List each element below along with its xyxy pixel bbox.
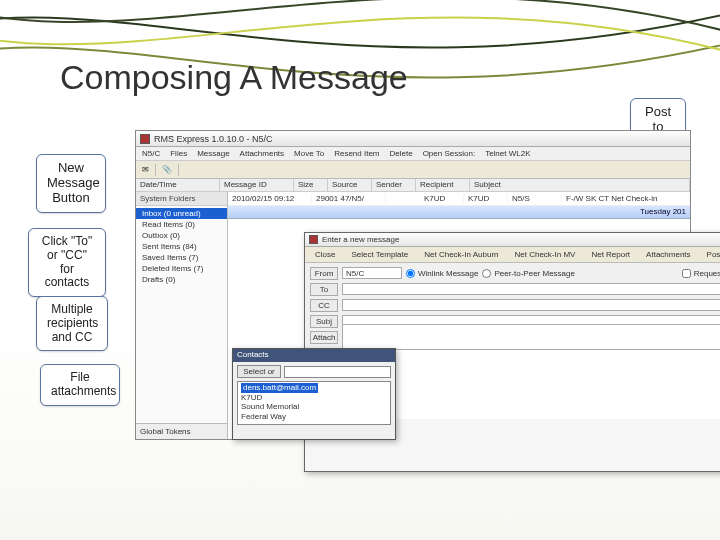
window-titlebar: RMS Express 1.0.10.0 - N5/C: [136, 131, 690, 147]
from-field[interactable]: N5/C: [342, 267, 402, 279]
net-report-btn[interactable]: Net Report: [586, 248, 635, 261]
contact-search[interactable]: [284, 366, 391, 378]
callout-multiple: Multiplerecipientsand CC: [36, 296, 108, 351]
list-item[interactable]: Sound Memorial: [241, 402, 387, 412]
col-header[interactable]: Date/Time: [136, 179, 220, 191]
menu-item[interactable]: Attachments: [240, 149, 284, 158]
post-to-outbox-btn[interactable]: Post to Outbox: [702, 248, 720, 261]
attach-label: Attach: [310, 331, 338, 344]
net-checkin-mv[interactable]: Net Check-In MV: [510, 248, 581, 261]
message-list: 2010/02/15 09:12 29001 47/N5/ K7UD K7UD …: [228, 192, 690, 439]
col-header[interactable]: Subject: [470, 179, 690, 191]
new-message-icon[interactable]: ✉: [142, 165, 149, 174]
menu-item[interactable]: Delete: [390, 149, 413, 158]
net-checkin-auburn[interactable]: Net Check-In Auburn: [419, 248, 503, 261]
compose-toolbar: Close Select Template Net Check-In Aubur…: [305, 247, 720, 263]
compose-title: Enter a new message: [322, 235, 399, 244]
col-header[interactable]: Source: [328, 179, 372, 191]
global-tokens[interactable]: Global Tokens: [136, 423, 227, 439]
close-button[interactable]: Close: [310, 248, 340, 261]
to-button[interactable]: To: [310, 283, 338, 296]
menu-item[interactable]: Resend Item: [334, 149, 379, 158]
attachments-btn[interactable]: Attachments: [641, 248, 695, 261]
menu-item[interactable]: Files: [170, 149, 187, 158]
folder-item[interactable]: Outbox (0): [136, 230, 227, 241]
menu-item[interactable]: Open Session:: [423, 149, 475, 158]
toolbar-icon[interactable]: 📎: [162, 165, 172, 174]
p2p-radio[interactable]: Peer-to-Peer Message: [482, 269, 574, 278]
cc-field[interactable]: [342, 299, 720, 311]
toolbar: ✉ 📎: [136, 161, 690, 179]
folder-item[interactable]: Inbox (0 unread): [136, 208, 227, 219]
contacts-list[interactable]: dens.batt@mail.com K7UD Sound Memorial F…: [237, 381, 391, 425]
compose-titlebar: Enter a new message: [305, 233, 720, 247]
folder-item[interactable]: Sent Items (84): [136, 241, 227, 252]
menu-item[interactable]: Message: [197, 149, 229, 158]
folder-item[interactable]: Read Items (0): [136, 219, 227, 230]
col-header[interactable]: Sender: [372, 179, 416, 191]
subject-label: Subj: [310, 315, 338, 328]
folder-sidebar: System Folders Inbox (0 unread) Read Ite…: [136, 192, 228, 439]
cc-button[interactable]: CC: [310, 299, 338, 312]
slide-title: Composing A Message: [60, 58, 408, 97]
sidebar-header: System Folders: [136, 192, 227, 206]
table-row[interactable]: 2010/02/15 09:12 29001 47/N5/ K7UD K7UD …: [228, 192, 690, 206]
list-item[interactable]: Federal Way: [241, 412, 387, 422]
column-headers: Date/Time Message ID Size Source Sender …: [136, 179, 690, 192]
list-item[interactable]: K7UD: [241, 393, 387, 403]
to-field[interactable]: [342, 283, 720, 295]
status-strip: Tuesday 201: [228, 206, 690, 219]
folder-item[interactable]: Deleted Items (7): [136, 263, 227, 274]
list-item[interactable]: dens.batt@mail.com: [241, 383, 318, 393]
folder-item[interactable]: Saved Items (7): [136, 252, 227, 263]
from-label: From: [310, 267, 338, 280]
menu-item[interactable]: Move To: [294, 149, 324, 158]
winlink-radio[interactable]: Winlink Message: [406, 269, 478, 278]
app-icon: [140, 134, 150, 144]
contacts-title: Contacts: [233, 349, 395, 362]
session-select[interactable]: Telnet WL2K: [485, 149, 530, 158]
app-icon: [309, 235, 318, 244]
menubar[interactable]: N5/C Files Message Attachments Move To R…: [136, 147, 690, 161]
col-header[interactable]: Size: [294, 179, 328, 191]
callout-to-cc: Click "To"or "CC" forcontacts: [28, 228, 106, 297]
contacts-window: Contacts Select or dens.batt@mail.com K7…: [232, 348, 396, 440]
col-header[interactable]: Recipient: [416, 179, 470, 191]
select-template-btn[interactable]: Select Template: [346, 248, 413, 261]
col-header[interactable]: Message ID: [220, 179, 294, 191]
rms-express-window: RMS Express 1.0.10.0 - N5/C N5/C Files M…: [135, 130, 691, 440]
menu-item[interactable]: N5/C: [142, 149, 160, 158]
callout-attachments: Fileattachments: [40, 364, 120, 406]
window-title: RMS Express 1.0.10.0 - N5/C: [154, 134, 273, 144]
attach-field[interactable]: [342, 324, 720, 350]
select-or-label: Select or: [237, 365, 281, 378]
read-receipt-check[interactable]: Request read receipt: [682, 269, 720, 278]
folder-item[interactable]: Drafts (0): [136, 274, 227, 285]
callout-new-message: NewMessageButton: [36, 154, 106, 213]
